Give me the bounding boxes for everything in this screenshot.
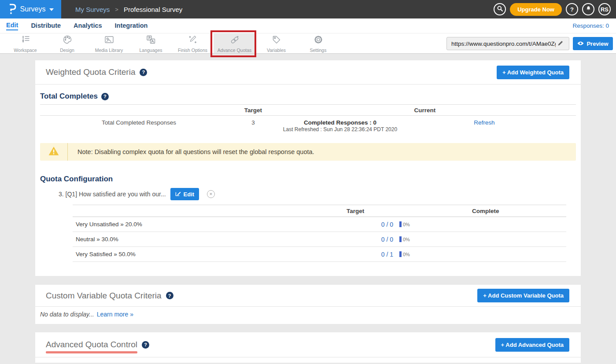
tab-edit[interactable]: Edit xyxy=(6,22,18,30)
advanced-quota-header: Advanced Quota Control ? + Add Advanced … xyxy=(35,332,581,357)
quota-target-value[interactable]: 0 / 0 xyxy=(343,221,393,228)
column-target: Target xyxy=(343,208,469,214)
edit-button-label: Edit xyxy=(184,191,195,198)
product-name: Surveys xyxy=(20,5,46,13)
help-icon[interactable]: ? xyxy=(166,292,173,299)
quota-target-value[interactable]: 0 / 1 xyxy=(343,251,393,258)
weighted-quota-card: Weighted Quota Criteria ? + Add Weighted… xyxy=(35,60,581,276)
upgrade-now-button[interactable]: Upgrade Now xyxy=(510,3,562,16)
answer-option-label: Very Satisfied » 50.0% xyxy=(73,251,343,257)
toolbar-item-languages[interactable]: Languages xyxy=(130,33,172,53)
tag-icon xyxy=(272,35,281,46)
toolbar-item-media-library[interactable]: Media Library xyxy=(88,33,130,53)
toolbar-item-variables[interactable]: Variables xyxy=(255,33,297,53)
help-button[interactable]: ? xyxy=(566,3,578,15)
palette-icon xyxy=(63,35,72,46)
custom-variable-title: Custom Variable Quota Criteria xyxy=(46,291,162,301)
bell-icon xyxy=(585,5,592,13)
answer-option-label: Very Unsatisfied » 20.0% xyxy=(73,221,343,228)
quota-configuration-heading: Quota Configuration xyxy=(40,175,113,184)
weighted-quota-header: Weighted Quota Criteria ? + Add Weighted… xyxy=(35,60,581,85)
toolbar-label: Variables xyxy=(267,48,286,53)
answer-option-label: Neutral » 30.0% xyxy=(73,236,343,243)
avatar[interactable]: RS xyxy=(598,3,611,15)
completed-responses-value: Completed Responses : 0 xyxy=(269,119,412,126)
survey-url-input[interactable] xyxy=(446,37,569,50)
chevron-down-icon xyxy=(49,8,54,11)
refresh-link[interactable]: Refresh xyxy=(474,119,494,126)
wand-pen-icon xyxy=(188,35,198,46)
table-row: Very Unsatisfied » 20.0% 0 / 0 0% xyxy=(73,217,566,232)
advanced-quota-card: Advanced Quota Control ? + Add Advanced … xyxy=(35,332,581,363)
toolbar-item-workspace[interactable]: Workspace xyxy=(4,33,46,53)
progress-percent: 0% xyxy=(403,252,410,257)
remove-quota-icon[interactable]: ✕ xyxy=(207,190,215,198)
learn-more-link[interactable]: Learn more » xyxy=(97,311,133,318)
quota-target-value[interactable]: 0 / 0 xyxy=(343,236,393,243)
tab-analytics[interactable]: Analytics xyxy=(74,22,102,30)
toolbar-label: Workspace xyxy=(14,48,37,53)
help-icon[interactable]: ? xyxy=(142,341,149,349)
custom-variable-header: Custom Variable Quota Criteria ? + Add C… xyxy=(35,285,581,307)
quota-table-header: Target Complete xyxy=(73,205,566,217)
search-button[interactable] xyxy=(494,3,506,15)
eye-icon xyxy=(577,40,584,47)
warning-note: Note: Disabling complex quota for all qu… xyxy=(40,143,576,161)
weighted-quota-title: Weighted Quota Criteria xyxy=(46,67,135,77)
help-icon[interactable]: ? xyxy=(140,69,147,76)
breadcrumb-current-survey: Professional Survey xyxy=(124,6,182,13)
question-text: 3. [Q1] How satisfied are you with our..… xyxy=(59,191,166,198)
breadcrumb-my-surveys[interactable]: My Surveys xyxy=(75,6,110,13)
custom-variable-quota-card: Custom Variable Quota Criteria ? + Add C… xyxy=(35,285,581,324)
toolbar-label: Finish Options xyxy=(178,48,207,53)
progress-percent: 0% xyxy=(403,222,410,227)
progress-bar xyxy=(399,221,402,227)
table-row: Neutral » 30.0% 0 / 0 0% xyxy=(73,232,566,247)
translate-icon xyxy=(146,35,156,46)
target-value: 3 xyxy=(238,119,269,126)
toolbar-label: Settings xyxy=(310,48,327,53)
tab-distribute[interactable]: Distribute xyxy=(31,22,61,30)
preview-label: Preview xyxy=(586,40,608,47)
help-icon[interactable]: ? xyxy=(101,93,109,100)
quota-question-row: 3. [Q1] How satisfied are you with our..… xyxy=(59,188,576,200)
toolbar-item-design[interactable]: Design xyxy=(46,33,88,53)
column-target: Target xyxy=(238,107,269,114)
gear-icon xyxy=(314,35,323,46)
column-complete: Complete xyxy=(469,208,566,214)
chain-link-icon xyxy=(229,35,240,46)
topnav-actions: Upgrade Now ? RS xyxy=(494,3,611,16)
questionpro-logo-icon xyxy=(7,3,16,16)
toolbar-label: Media Library xyxy=(95,48,123,53)
toolbar-label: Design xyxy=(60,48,74,53)
main-content: Weighted Quota Criteria ? + Add Weighted… xyxy=(0,54,616,363)
edit-toolbar: Workspace Design Media Library xyxy=(0,33,616,54)
breadcrumb-separator: > xyxy=(115,6,118,13)
toolbar-item-finish-options[interactable]: Finish Options xyxy=(172,33,214,53)
edit-url-pencil-icon[interactable] xyxy=(557,40,564,48)
responses-count: Responses: 0 xyxy=(572,22,609,29)
preview-button[interactable]: Preview xyxy=(573,37,613,50)
add-advanced-quota-button[interactable]: + Add Advanced Quota xyxy=(495,338,569,352)
brand-menu[interactable]: Surveys xyxy=(0,0,61,18)
total-completes-table-header: Target Current xyxy=(40,104,576,116)
edit-quota-button[interactable]: Edit xyxy=(170,188,199,200)
current-cell: Completed Responses : 0 Last Refreshed :… xyxy=(269,119,412,132)
toolbar-item-settings[interactable]: Settings xyxy=(297,33,339,53)
toolbar-label: Advance Quotas xyxy=(218,48,252,53)
note-text: Note: Disabling complex quota for all qu… xyxy=(68,148,314,155)
warning-triangle-icon xyxy=(48,146,59,158)
notifications-button[interactable] xyxy=(582,3,594,15)
tab-integration[interactable]: Integration xyxy=(115,22,148,30)
add-custom-variable-quota-button[interactable]: + Add Custom Variable Quota xyxy=(477,289,569,302)
total-completed-responses-label: Total Completed Responses xyxy=(40,119,238,126)
breadcrumb: My Surveys > Professional Survey xyxy=(75,6,182,13)
top-navbar: Surveys My Surveys > Professional Survey… xyxy=(0,0,616,18)
workspace-icon xyxy=(20,35,31,46)
toolbar-item-advance-quotas[interactable]: Advance Quotas xyxy=(214,33,255,53)
toolbar-label: Languages xyxy=(140,48,162,53)
add-weighted-quota-button[interactable]: + Add Weighted Quota xyxy=(497,66,569,79)
total-completes-section: Total Completes ? Target Current Total C… xyxy=(35,85,581,276)
no-data-text: No data to display... xyxy=(40,311,94,318)
quota-table: Target Complete Very Unsatisfied » 20.0%… xyxy=(73,205,566,276)
